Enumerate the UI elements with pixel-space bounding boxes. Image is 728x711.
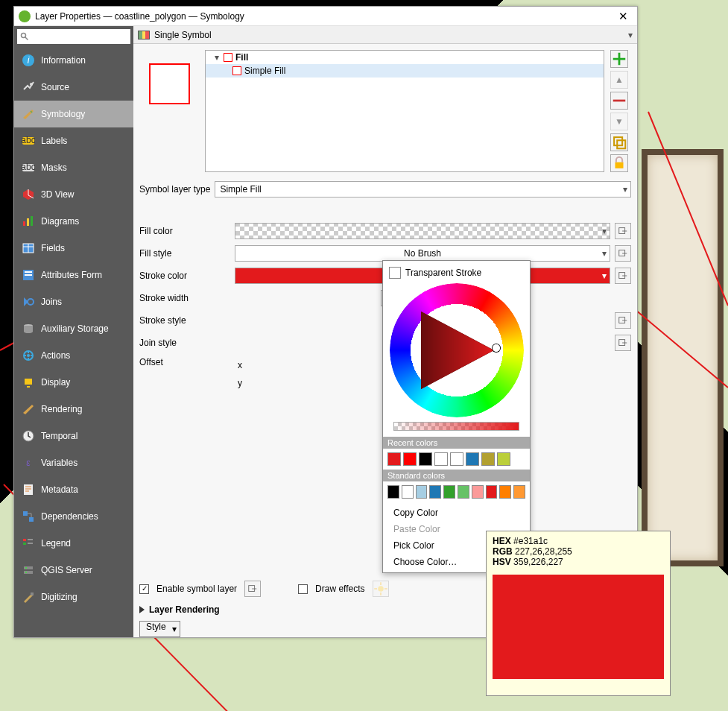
move-up-button: ▲ (610, 71, 628, 89)
sidebar-item-attributes-form[interactable]: Attributes Form (14, 262, 133, 288)
fill-color-override[interactable] (615, 223, 631, 239)
sidebar-item-auxiliary-storage[interactable]: Auxiliary Storage (14, 315, 133, 342)
fill-color-button[interactable]: ▾ (235, 223, 610, 239)
copy-color-menu-item[interactable]: Copy Color (383, 505, 530, 521)
svg-rect-26 (29, 517, 34, 522)
sidebar-item-temporal[interactable]: Temporal (14, 423, 133, 449)
remove-symbol-layer-button[interactable] (610, 92, 628, 110)
svg-rect-24 (24, 484, 33, 495)
standard-color-swatch[interactable] (499, 485, 511, 499)
tree-root-fill[interactable]: ▾ Fill (206, 51, 604, 64)
svg-rect-39 (615, 162, 624, 168)
recent-color-swatch[interactable] (450, 452, 463, 466)
lock-button[interactable] (610, 154, 628, 172)
symbol-layer-type-label: Symbol layer type (139, 184, 210, 195)
duplicate-button[interactable] (610, 133, 628, 151)
stroke-style-label: Stroke style (139, 315, 230, 326)
source-icon (22, 80, 35, 94)
standard-color-swatch[interactable] (443, 485, 455, 499)
color-cursor[interactable] (493, 344, 500, 352)
sidebar-item-diagrams[interactable]: Diagrams (14, 208, 133, 235)
enable-symbol-override[interactable] (244, 581, 261, 597)
standard-color-swatch[interactable] (387, 485, 399, 499)
sidebar-item-qgis-server[interactable]: QGIS Server (14, 557, 133, 584)
add-symbol-layer-button[interactable] (610, 50, 628, 68)
sidebar-item-fields[interactable]: Fields (14, 235, 133, 262)
recent-color-swatch[interactable] (434, 452, 448, 466)
svg-rect-36 (613, 100, 626, 102)
sidebar-item-rendering[interactable]: Rendering (14, 396, 133, 423)
fill-style-select[interactable]: No Brush▾ (235, 245, 610, 262)
sidebar-item-legend[interactable]: Legend (14, 530, 133, 557)
standard-color-swatch[interactable] (472, 485, 484, 499)
draw-effects-edit-button (373, 581, 389, 597)
draw-effects-checkbox[interactable] (298, 584, 308, 594)
transparent-stroke-option[interactable]: Transparent Stroke (389, 267, 524, 279)
recent-color-swatch[interactable] (403, 452, 417, 466)
sidebar-item-joins[interactable]: Joins (14, 288, 133, 315)
join-style-override[interactable] (615, 335, 631, 351)
sidebar-item-masks[interactable]: abcMasks (14, 154, 133, 181)
attributes-form-icon (22, 268, 35, 282)
recent-color-swatch[interactable] (497, 452, 510, 466)
rendering-icon (22, 402, 35, 416)
svg-point-34 (25, 572, 27, 573)
style-menu-button[interactable]: Style▾ (139, 621, 180, 637)
fill-style-override[interactable] (615, 245, 631, 262)
svg-rect-38 (617, 140, 625, 148)
recent-color-swatch[interactable] (481, 452, 495, 466)
masks-icon: abc (22, 161, 35, 174)
standard-color-swatch[interactable] (458, 485, 469, 499)
close-button[interactable]: ✕ (613, 10, 633, 23)
offset-label: Offset (139, 357, 230, 367)
standard-colors-row (383, 481, 530, 502)
sidebar-item-dependencies[interactable]: Dependencies (14, 503, 133, 530)
sidebar-item-information[interactable]: iInformation (14, 47, 133, 74)
stroke-style-override[interactable] (615, 312, 631, 329)
transparent-swatch-icon (389, 267, 401, 279)
sidebar-item-digitizing[interactable]: Digitizing (14, 584, 133, 610)
metadata-icon (22, 483, 35, 496)
sidebar-item-labels[interactable]: abcLabels (14, 127, 133, 154)
sidebar-search-input[interactable] (17, 29, 130, 44)
sidebar-item-variables[interactable]: εVariables (14, 449, 133, 476)
standard-color-swatch[interactable] (402, 485, 414, 499)
fields-icon (22, 241, 35, 255)
symbol-layer-tree[interactable]: ▾ Fill Simple Fill (205, 50, 604, 172)
svg-rect-25 (23, 511, 28, 516)
diagrams-icon (22, 215, 35, 228)
svg-rect-28 (23, 543, 26, 545)
recent-colors-header: Recent colors (383, 437, 530, 449)
stroke-width-label: Stroke width (139, 293, 230, 303)
recent-color-swatch[interactable] (419, 452, 432, 466)
renderer-selector[interactable]: Single Symbol ▾ (133, 26, 637, 44)
symbol-layer-type-select[interactable]: Simple Fill ▾ (215, 181, 631, 197)
standard-color-swatch[interactable] (429, 485, 441, 499)
color-wheel[interactable] (390, 283, 524, 417)
color-picker-popup: Transparent Stroke Recent colors Standar… (382, 260, 531, 573)
svg-rect-9 (23, 221, 25, 226)
stroke-color-override[interactable] (615, 268, 631, 284)
tree-item-simple-fill[interactable]: Simple Fill (206, 64, 604, 78)
sidebar-item-display[interactable]: Display (14, 369, 133, 396)
sidebar-item-actions[interactable]: Actions (14, 342, 133, 369)
alpha-slider[interactable] (393, 422, 519, 431)
sidebar-item-symbology[interactable]: Symbology (14, 101, 133, 127)
symbol-preview (139, 50, 199, 117)
standard-color-swatch[interactable] (513, 485, 525, 499)
sidebar-item-metadata[interactable]: Metadata (14, 476, 133, 503)
svg-rect-37 (614, 137, 622, 145)
svg-rect-16 (25, 271, 32, 273)
sidebar-item-source[interactable]: Source (14, 74, 133, 101)
single-symbol-icon (138, 31, 150, 40)
standard-color-swatch[interactable] (416, 485, 428, 499)
sidebar-item-3d-view[interactable]: 3D View (14, 181, 133, 208)
recent-color-swatch[interactable] (466, 452, 479, 466)
svg-text:abc: abc (22, 162, 35, 172)
svg-rect-17 (25, 274, 32, 276)
standard-color-swatch[interactable] (486, 485, 498, 499)
enable-symbol-layer-checkbox[interactable] (139, 584, 149, 594)
svg-text:abc: abc (22, 135, 35, 145)
legend-icon (22, 537, 35, 550)
recent-color-swatch[interactable] (387, 452, 401, 466)
